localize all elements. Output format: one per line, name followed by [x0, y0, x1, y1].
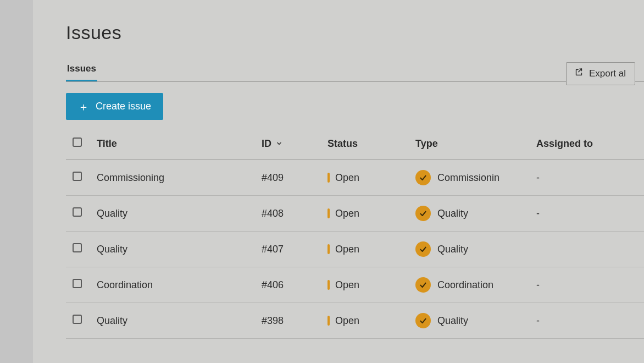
- export-icon: [574, 68, 584, 80]
- row-id: #407: [255, 232, 321, 267]
- check-circle-icon: [415, 313, 431, 328]
- row-type: Quality: [409, 196, 530, 232]
- plus-icon: ＋: [78, 101, 89, 112]
- row-type: Quality: [409, 303, 530, 339]
- row-type: Commissionin: [409, 160, 530, 196]
- col-type[interactable]: Type: [409, 128, 530, 160]
- row-title: Commissioning: [90, 160, 255, 196]
- status-indicator-icon: [327, 208, 330, 218]
- select-all-checkbox[interactable]: [73, 138, 82, 147]
- col-status[interactable]: Status: [321, 128, 409, 160]
- table-header-row: Title ID Status Type Assigned to: [66, 128, 644, 160]
- row-status: Open: [321, 196, 409, 232]
- col-assigned-to[interactable]: Assigned to: [530, 128, 644, 160]
- row-checkbox[interactable]: [73, 315, 82, 324]
- row-title: Quality: [90, 303, 255, 339]
- col-id-label: ID: [262, 138, 271, 150]
- row-id: #408: [255, 196, 321, 232]
- row-title: Coordination: [90, 267, 255, 303]
- tab-issues[interactable]: Issues: [66, 63, 97, 81]
- status-indicator-icon: [327, 316, 330, 326]
- status-indicator-icon: [327, 173, 330, 183]
- table-row[interactable]: Commissioning #409 Open Commissionin -: [66, 160, 644, 196]
- check-circle-icon: [415, 206, 431, 221]
- table-row[interactable]: Quality #407 Open Quality: [66, 232, 644, 267]
- export-all-button[interactable]: Export al: [566, 62, 635, 85]
- row-checkbox[interactable]: [73, 172, 82, 181]
- row-id: #406: [255, 267, 321, 303]
- row-checkbox[interactable]: [73, 279, 82, 288]
- page-title: Issues: [66, 22, 644, 43]
- status-indicator-icon: [327, 280, 330, 290]
- row-status: Open: [321, 160, 409, 196]
- row-assigned: -: [530, 267, 644, 303]
- row-checkbox[interactable]: [73, 207, 82, 217]
- row-checkbox[interactable]: [73, 243, 82, 252]
- row-title: Quality: [90, 232, 255, 267]
- col-id[interactable]: ID: [255, 128, 321, 160]
- row-status: Open: [321, 267, 409, 303]
- table-body: Commissioning #409 Open Commissionin -: [66, 160, 644, 339]
- tabs-row: Issues Export al: [66, 63, 644, 82]
- row-assigned: [530, 232, 644, 267]
- create-issue-button[interactable]: ＋ Create issue: [66, 93, 163, 120]
- sort-icon: [276, 138, 282, 150]
- col-title[interactable]: Title: [90, 128, 255, 160]
- check-circle-icon: [415, 277, 431, 293]
- row-id: #398: [255, 303, 321, 339]
- row-status: Open: [321, 232, 409, 267]
- row-type: Quality: [409, 232, 530, 267]
- issues-page: Issues Issues Export al ＋ Create issue T…: [33, 0, 644, 363]
- row-status: Open: [321, 303, 409, 339]
- row-type: Coordination: [409, 267, 530, 303]
- export-button-label: Export al: [589, 68, 626, 79]
- table-row[interactable]: Coordination #406 Open Coordination -: [66, 267, 644, 303]
- row-assigned: -: [530, 303, 644, 339]
- check-circle-icon: [415, 170, 431, 185]
- row-assigned: -: [530, 160, 644, 196]
- issues-table: Title ID Status Type Assigned to Commiss…: [66, 128, 644, 339]
- table-row[interactable]: Quality #398 Open Quality -: [66, 303, 644, 339]
- create-issue-label: Create issue: [96, 101, 151, 112]
- row-title: Quality: [90, 196, 255, 232]
- status-indicator-icon: [327, 244, 330, 254]
- toolbar: ＋ Create issue: [66, 93, 644, 120]
- row-id: #409: [255, 160, 321, 196]
- check-circle-icon: [415, 241, 431, 257]
- table-row[interactable]: Quality #408 Open Quality -: [66, 196, 644, 232]
- row-assigned: -: [530, 196, 644, 232]
